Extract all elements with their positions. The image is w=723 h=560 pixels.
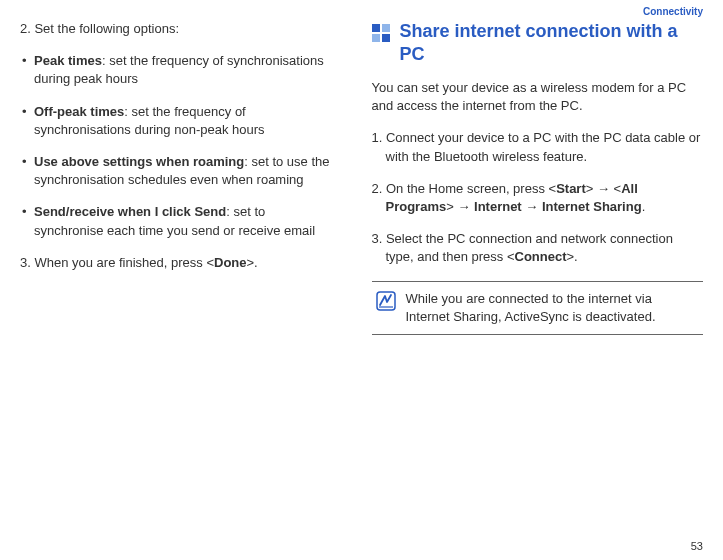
right-step-1-text: 1. Connect your device to a PC with the … <box>372 129 704 165</box>
step-3-key: Done <box>214 255 247 270</box>
right-column: Share internet connection with a PC You … <box>362 20 704 550</box>
list-item: Use above settings when roaming: set to … <box>34 153 337 189</box>
rs2-k3: Internet Sharing <box>542 199 642 214</box>
right-step-2: 2. On the Home screen, press <Start> → <… <box>372 180 704 216</box>
svg-rect-1 <box>382 24 390 32</box>
rs2-t2: > → <box>446 199 474 214</box>
list-item: Off-peak times: set the frequency of syn… <box>34 103 337 139</box>
rs2-k0: Start <box>556 181 586 196</box>
page-body: 2. Set the following options: Peak times… <box>0 0 723 560</box>
rs2-t1: > → < <box>586 181 621 196</box>
rs2-t3: → <box>522 199 542 214</box>
section-title: Share internet connection with a PC <box>400 20 704 65</box>
bullet-term: Send/receive when I click Send <box>34 204 226 219</box>
step-3-post: >. <box>247 255 258 270</box>
note-text: While you are connected to the internet … <box>406 290 700 326</box>
rs3-k0: Connect <box>515 249 567 264</box>
section-grid-icon <box>372 24 390 45</box>
right-step-1: 1. Connect your device to a PC with the … <box>372 129 704 165</box>
svg-rect-0 <box>372 24 380 32</box>
left-column: 2. Set the following options: Peak times… <box>20 20 362 550</box>
list-item: Send/receive when I click Send: set to s… <box>34 203 337 239</box>
rs2-k2: Internet <box>474 199 522 214</box>
bullet-term: Peak times <box>34 53 102 68</box>
step-3-pre: 3. When you are finished, press < <box>20 255 214 270</box>
section-heading: Share internet connection with a PC <box>372 20 704 65</box>
section-intro: You can set your device as a wireless mo… <box>372 79 704 115</box>
step-3: 3. When you are finished, press <Done>. <box>20 254 337 272</box>
note-box: While you are connected to the internet … <box>372 281 704 335</box>
bullet-term: Use above settings when roaming <box>34 154 244 169</box>
bullet-term: Off-peak times <box>34 104 124 119</box>
rs2-t4: . <box>642 199 646 214</box>
note-icon <box>376 291 396 314</box>
options-bullet-list: Peak times: set the frequency of synchro… <box>20 52 337 240</box>
svg-rect-2 <box>372 34 380 42</box>
svg-rect-3 <box>382 34 390 42</box>
right-step-3: 3. Select the PC connection and network … <box>372 230 704 266</box>
list-item: Peak times: set the frequency of synchro… <box>34 52 337 88</box>
step-2-intro: 2. Set the following options: <box>20 20 337 38</box>
rs2-t0: 2. On the Home screen, press < <box>372 181 557 196</box>
rs3-t1: >. <box>567 249 578 264</box>
page-number: 53 <box>691 540 703 552</box>
